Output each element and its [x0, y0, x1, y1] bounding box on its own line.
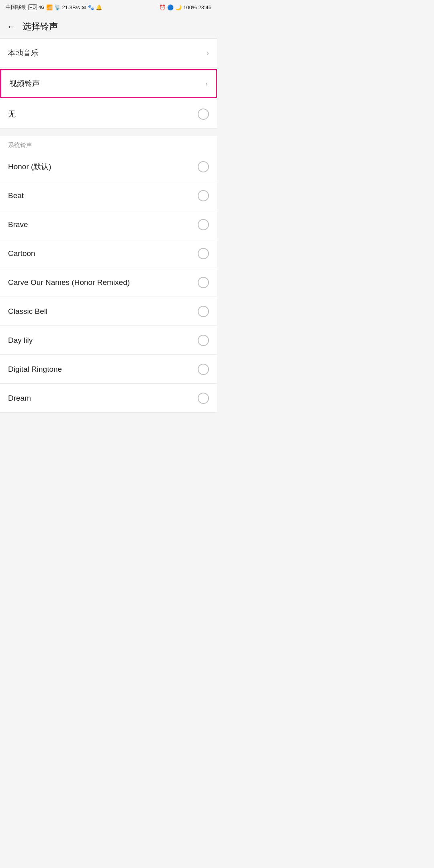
ringtone-label-classic-bell: Classic Bell	[8, 307, 47, 316]
battery-label: 100%	[183, 4, 197, 10]
ringtone-radio-carve-our-names[interactable]	[198, 277, 209, 288]
ringtone-list: Honor (默认)BeatBraveCartoonCarve Our Name…	[0, 152, 217, 413]
time-label: 23:46	[198, 4, 211, 10]
video-ringtone-label: 视频铃声	[9, 78, 40, 89]
status-bar: 中国移动 HD 4G 📶 📡 21.3B/s ✉ 🐾 🔔 ⏰ 🔵 🌙 100% …	[0, 0, 217, 14]
local-music-label: 本地音乐	[8, 48, 39, 58]
ringtone-radio-digital-ringtone[interactable]	[198, 364, 209, 375]
ringtone-label-digital-ringtone: Digital Ringtone	[8, 365, 62, 374]
bluetooth-icon: 🔵	[167, 4, 174, 10]
page-title: 选择铃声	[23, 20, 58, 33]
ringtone-radio-classic-bell[interactable]	[198, 306, 209, 317]
ringtone-radio-brave[interactable]	[198, 219, 209, 230]
local-music-row[interactable]: 本地音乐 ›	[0, 39, 217, 68]
ringtone-radio-honor[interactable]	[198, 161, 209, 172]
hd-badge: HD	[28, 4, 37, 10]
top-bar: ← 选择铃声	[0, 14, 217, 39]
alert-icon: 🔔	[96, 4, 102, 10]
ringtone-label-day-lily: Day lily	[8, 336, 33, 345]
section-header-system-ringtones: 系统铃声	[0, 136, 217, 152]
ringtone-row-honor[interactable]: Honor (默认)	[0, 152, 217, 181]
ringtone-label-cartoon: Cartoon	[8, 249, 35, 258]
ringtone-row-dream[interactable]: Dream	[0, 384, 217, 413]
content-area: 本地音乐 › 视频铃声 › 无 系统铃声 Honor (默认)BeatBrave…	[0, 39, 217, 413]
mail-icon: ✉	[82, 4, 86, 10]
none-radio[interactable]	[198, 108, 209, 120]
local-music-chevron: ›	[207, 49, 209, 57]
wifi-icon: 📡	[54, 4, 61, 10]
video-ringtone-chevron: ›	[205, 80, 208, 88]
status-right: ⏰ 🔵 🌙 100% 23:46	[159, 4, 211, 10]
ringtone-label-brave: Brave	[8, 220, 28, 229]
none-option-row[interactable]: 无	[0, 100, 217, 129]
ringtone-row-digital-ringtone[interactable]: Digital Ringtone	[0, 355, 217, 384]
ringtone-label-carve-our-names: Carve Our Names (Honor Remixed)	[8, 278, 130, 287]
ringtone-label-honor: Honor (默认)	[8, 162, 51, 172]
ringtone-row-brave[interactable]: Brave	[0, 210, 217, 239]
video-ringtone-row[interactable]: 视频铃声 ›	[0, 69, 217, 98]
apps-icon: 🐾	[88, 4, 94, 10]
network-label: 4G	[39, 5, 45, 10]
back-button[interactable]: ←	[6, 21, 16, 32]
none-label: 无	[8, 109, 16, 119]
status-left: 中国移动 HD 4G 📶 📡 21.3B/s ✉ 🐾 🔔	[6, 4, 102, 11]
alarm-icon: ⏰	[159, 4, 166, 10]
ringtone-row-carve-our-names[interactable]: Carve Our Names (Honor Remixed)	[0, 268, 217, 297]
ringtone-radio-cartoon[interactable]	[198, 248, 209, 259]
speed-label: 21.3B/s	[62, 4, 80, 10]
ringtone-label-beat: Beat	[8, 191, 24, 200]
ringtone-radio-day-lily[interactable]	[198, 335, 209, 346]
signal-icon: 📶	[46, 4, 53, 10]
ringtone-radio-dream[interactable]	[198, 393, 209, 404]
ringtone-label-dream: Dream	[8, 394, 31, 403]
ringtone-row-cartoon[interactable]: Cartoon	[0, 239, 217, 268]
ringtone-row-beat[interactable]: Beat	[0, 181, 217, 210]
ringtone-row-classic-bell[interactable]: Classic Bell	[0, 297, 217, 326]
ringtone-row-day-lily[interactable]: Day lily	[0, 326, 217, 355]
carrier-label: 中国移动	[6, 4, 27, 11]
section-gap	[0, 129, 217, 136]
moon-icon: 🌙	[175, 4, 182, 10]
ringtone-radio-beat[interactable]	[198, 190, 209, 201]
